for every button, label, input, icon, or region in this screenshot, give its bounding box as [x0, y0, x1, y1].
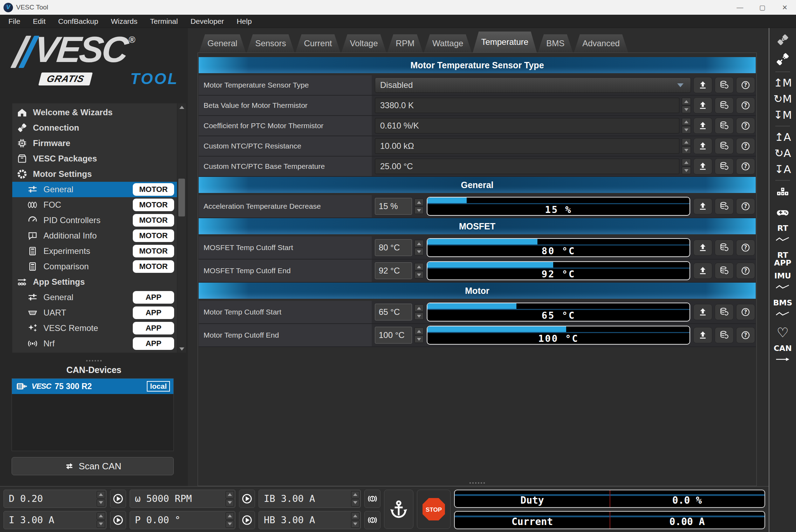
value-stepper[interactable]	[225, 490, 235, 507]
read-motor-config-button[interactable]: ↧M	[774, 110, 792, 120]
sidebar-item-experiments[interactable]: Experiments MOTOR	[12, 243, 186, 259]
splitter-handle[interactable]	[198, 482, 756, 484]
restore-default-button[interactable]	[715, 97, 734, 113]
write-value-button[interactable]	[693, 97, 712, 113]
position-setpoint-field[interactable]: P 0.00 °	[130, 511, 235, 529]
restore-default-button[interactable]	[715, 198, 734, 214]
minimize-button[interactable]: —	[729, 0, 751, 15]
rt-app-data-button[interactable]: RTAPP	[774, 251, 791, 267]
sidebar-item-comparison[interactable]: Comparison MOTOR	[12, 259, 186, 274]
splitter-handle[interactable]	[0, 360, 188, 361]
mosfet-cutoff-start-slider[interactable]: 80 °C	[427, 238, 690, 257]
imu-data-button[interactable]: IMU	[774, 272, 791, 294]
value-stepper[interactable]	[414, 263, 424, 278]
scroll-down-icon[interactable]	[177, 345, 186, 353]
value-stepper[interactable]	[414, 327, 424, 343]
menu-developer[interactable]: Developer	[185, 15, 230, 28]
restore-default-button[interactable]	[715, 138, 734, 154]
ptc-coefficient-field[interactable]: 0.610 %/K	[375, 118, 679, 133]
tab-rpm[interactable]: RPM	[387, 34, 423, 53]
menu-edit[interactable]: Edit	[27, 15, 51, 28]
ntc-base-temp-field[interactable]: 25.00 °C	[375, 159, 679, 174]
sidebar-item-app-general[interactable]: General APP	[12, 290, 186, 305]
sidebar-item-firmware[interactable]: Firmware	[12, 136, 186, 151]
nav-scrollbar[interactable]	[177, 103, 186, 353]
sidebar-item-motor-general[interactable]: General MOTOR	[12, 182, 186, 197]
run-duty-button[interactable]	[110, 490, 126, 508]
gamepad-control-button[interactable]	[776, 205, 790, 219]
write-value-button[interactable]	[693, 263, 712, 279]
help-button[interactable]	[736, 240, 755, 256]
write-value-button[interactable]	[693, 118, 712, 134]
tab-advanced[interactable]: Advanced	[574, 34, 628, 53]
help-button[interactable]	[736, 118, 755, 134]
value-stepper[interactable]	[414, 240, 424, 255]
restore-default-button[interactable]	[715, 263, 734, 279]
sidebar-item-motor-settings[interactable]: Motor Settings	[12, 166, 186, 182]
rt-data-button[interactable]: RT	[776, 224, 790, 246]
restore-default-button[interactable]	[715, 118, 734, 134]
handbrake-button[interactable]	[364, 511, 380, 529]
stop-button[interactable]	[417, 490, 451, 529]
duty-setpoint-field[interactable]: D 0.20	[4, 490, 107, 508]
value-stepper[interactable]	[225, 511, 235, 529]
sensor-type-dropdown[interactable]: Disabled	[375, 77, 691, 93]
favorites-button[interactable]: ♡	[777, 326, 789, 339]
restore-default-button[interactable]	[715, 304, 734, 320]
accel-temp-decrease-field[interactable]: 15 %	[375, 198, 412, 215]
sidebar-item-welcome-wizards[interactable]: Welcome & Wizards	[12, 105, 186, 120]
help-button[interactable]	[736, 77, 755, 93]
rpm-setpoint-field[interactable]: ω 5000 RPM	[130, 490, 235, 508]
brake-button[interactable]	[364, 490, 380, 508]
motor-cutoff-end-field[interactable]: 100 °C	[375, 327, 412, 344]
scrollbar-handle[interactable]	[178, 179, 185, 216]
read-app-config-button[interactable]: ↧A	[774, 164, 791, 175]
tab-wattage[interactable]: Wattage	[424, 34, 472, 53]
connect-button[interactable]	[776, 33, 790, 47]
sidebar-item-pid-controllers[interactable]: PID Controllers MOTOR	[12, 213, 186, 228]
handbrake-current-field[interactable]: HB 3.00 A	[259, 511, 361, 529]
value-stepper[interactable]	[96, 490, 106, 507]
restore-default-button[interactable]	[715, 327, 734, 343]
value-stepper[interactable]	[96, 511, 106, 529]
sidebar-item-uart[interactable]: UART APP	[12, 305, 186, 320]
value-stepper[interactable]	[350, 490, 361, 507]
help-button[interactable]	[736, 304, 755, 320]
sidebar-item-vesc-packages[interactable]: VESC Packages	[12, 151, 186, 166]
maximize-button[interactable]: ▢	[751, 0, 774, 15]
disconnect-button[interactable]	[776, 52, 790, 66]
write-value-button[interactable]	[693, 77, 712, 93]
close-button[interactable]: ✕	[774, 0, 796, 15]
can-device-item[interactable]: VESC 75 300 R2 local	[12, 379, 173, 394]
sidebar-item-vesc-remote[interactable]: VESC Remote APP	[12, 320, 186, 336]
help-button[interactable]	[736, 263, 755, 279]
help-button[interactable]	[736, 198, 755, 214]
value-stepper[interactable]	[682, 118, 691, 133]
tab-general[interactable]: General	[199, 34, 246, 53]
keep-position-button[interactable]	[384, 490, 413, 529]
ntc-resistance-field[interactable]: 10.00 kΩ	[375, 138, 679, 154]
value-stepper[interactable]	[682, 98, 691, 113]
bms-data-button[interactable]: BMS	[773, 299, 792, 321]
run-position-button[interactable]	[239, 511, 255, 529]
accel-temp-decrease-slider[interactable]: 15 %	[427, 197, 690, 216]
write-value-button[interactable]	[693, 198, 712, 214]
mosfet-cutoff-end-slider[interactable]: 92 °C	[427, 261, 690, 280]
current-setpoint-field[interactable]: I 3.00 A	[4, 511, 107, 529]
write-motor-config-button[interactable]: ↥M	[774, 77, 792, 88]
write-value-button[interactable]	[693, 138, 712, 154]
mosfet-cutoff-start-field[interactable]: 80 °C	[375, 239, 412, 256]
tab-current[interactable]: Current	[295, 34, 340, 53]
reread-motor-config-button[interactable]: ↻M	[774, 94, 792, 104]
menu-help[interactable]: Help	[231, 15, 257, 28]
motor-cutoff-end-slider[interactable]: 100 °C	[427, 326, 690, 345]
keyboard-control-button[interactable]	[776, 186, 790, 200]
motor-cutoff-start-slider[interactable]: 65 °C	[427, 303, 690, 322]
tab-sensors[interactable]: Sensors	[247, 34, 294, 53]
run-rpm-button[interactable]	[239, 490, 255, 508]
brake-current-field[interactable]: IB 3.00 A	[259, 490, 361, 508]
value-stepper[interactable]	[682, 138, 691, 154]
write-value-button[interactable]	[693, 327, 712, 343]
scan-can-button[interactable]: Scan CAN	[12, 457, 174, 475]
write-app-config-button[interactable]: ↥A	[774, 132, 791, 143]
